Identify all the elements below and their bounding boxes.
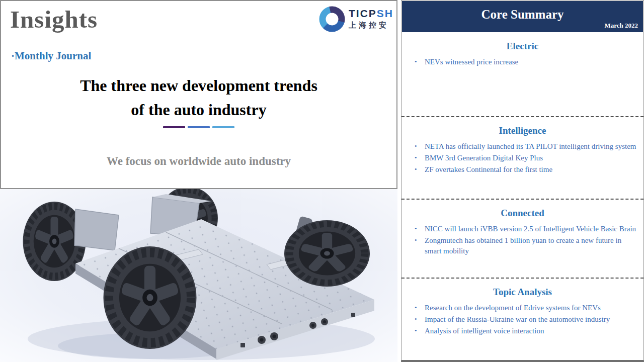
core-summary-title: Core Summary: [402, 1, 643, 22]
cover-tagline: We focus on worldwide auto industry: [1, 155, 396, 168]
divider-segment-purple: [163, 126, 185, 128]
ticpsh-logo: TICPSH 上海控安: [319, 6, 393, 32]
cover-title-line1: The three new development trends: [1, 73, 396, 98]
section-heading: Connected: [408, 208, 637, 219]
title-divider: [163, 126, 234, 128]
section-heading: Intelligence: [408, 125, 637, 136]
section-heading: Topic Analysis: [408, 287, 637, 298]
section-intelligence: Intelligence NETA has officially launche…: [401, 117, 643, 200]
ticpsh-logo-wordmark: TICPSH: [349, 8, 393, 19]
ticpsh-logo-text: TICPSH 上海控安: [349, 8, 393, 30]
issue-date: March 2022: [604, 22, 638, 30]
divider-segment-blue: [188, 126, 210, 128]
ticpsh-logo-chinese: 上海控安: [349, 21, 393, 30]
section-bullet-list: NEVs witnessed price increase: [408, 57, 637, 67]
summary-bullet: NICC will launch iVBB version 2.5 of Int…: [412, 224, 637, 234]
summary-bullet: Impact of the Russia-Ukraine war on the …: [412, 314, 637, 325]
section-connected: Connected NICC will launch iVBB version …: [401, 200, 643, 279]
summary-bullet: NEVs witnessed price increase: [412, 57, 637, 67]
summary-bullet: NETA has officially launched its TA PILO…: [412, 141, 637, 152]
cover-image-area: [0, 189, 397, 362]
ticpsh-logo-icon: [319, 6, 345, 32]
core-summary-header: Core Summary March 2022: [402, 1, 643, 32]
journal-edition: ·Monthly Journal: [11, 50, 91, 62]
summary-bullet: Analysis of intelligent voice interactio…: [412, 326, 637, 336]
section-topic-analysis: Topic Analysis Research on the developme…: [401, 279, 643, 360]
cover-title-line2: of the auto industry: [1, 98, 396, 122]
section-bullet-list: NICC will launch iVBB version 2.5 of Int…: [408, 224, 637, 256]
core-summary-panel: Core Summary March 2022 Electric NEVs wi…: [401, 0, 644, 362]
section-bullet-list: Research on the development of Edrive sy…: [408, 303, 637, 336]
masthead-panel: Insights ·Monthly Journal TICPSH 上海控安 Th…: [0, 0, 397, 189]
cover-title: The three new development trends of the …: [1, 73, 396, 122]
summary-bullet: Zongmutech has obtained 1 billion yuan t…: [412, 235, 637, 256]
divider-segment-lightblue: [212, 126, 234, 128]
section-heading: Electric: [408, 41, 637, 52]
summary-bullet: Research on the development of Edrive sy…: [412, 303, 637, 313]
summary-bullet: BMW 3rd Generation Digital Key Plus: [412, 153, 637, 163]
section-electric: Electric NEVs witnessed price increase: [401, 33, 643, 117]
section-bullet-list: NETA has officially launched its TA PILO…: [408, 141, 637, 175]
summary-bullet: ZF overtakes Continental for the first t…: [412, 164, 637, 175]
ev-chassis-image: [0, 189, 397, 362]
journal-title: Insights: [10, 5, 98, 34]
